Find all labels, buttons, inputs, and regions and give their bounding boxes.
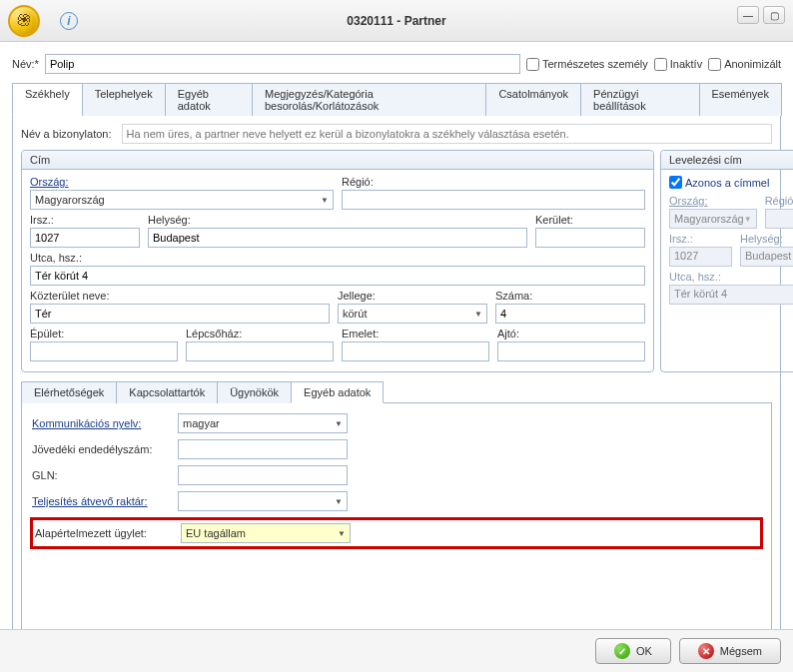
street-label: Utca, hsz.: <box>30 252 645 264</box>
address-panel: Cím Ország: Magyarország ▼ Régió: <box>21 150 654 372</box>
footer: ✓ OK ✕ Mégsem <box>0 629 793 672</box>
housenumber-input[interactable] <box>495 304 645 324</box>
tab-ugynokok[interactable]: Ügynökök <box>217 381 292 403</box>
minimize-button[interactable]: — <box>737 6 759 24</box>
publicarea-type-combo[interactable]: körút ▼ <box>338 304 487 324</box>
country-value: Magyarország <box>35 194 105 206</box>
titlebar: ֍ i 0320111 - Partner — ▢ <box>0 0 793 42</box>
publicarea-name-label: Közterület neve: <box>30 290 330 302</box>
natural-person-text: Természetes személy <box>542 58 648 70</box>
maximize-button[interactable]: ▢ <box>763 6 785 24</box>
mail-region-label: Régió: <box>765 195 793 207</box>
gln-input[interactable] <box>178 465 348 485</box>
street-input[interactable] <box>30 266 645 286</box>
district-input[interactable] <box>535 228 645 248</box>
region-label: Régió: <box>342 176 645 188</box>
same-as-address-label[interactable]: Azonos a címmel <box>669 176 793 189</box>
mail-country-value: Magyarország▼ <box>669 209 757 229</box>
chevron-down-icon: ▼ <box>321 196 329 205</box>
comm-lang-label[interactable]: Kommunikációs nyelv: <box>32 417 172 429</box>
inactive-text: Inaktív <box>670 58 702 70</box>
voucher-name-input[interactable] <box>122 124 773 144</box>
mail-city-value: Budapest <box>740 247 793 267</box>
anon-checkbox[interactable] <box>708 58 721 71</box>
chevron-down-icon: ▼ <box>338 529 346 538</box>
tab-inner-egyeb[interactable]: Egyéb adatok <box>291 381 384 403</box>
mail-street-label: Utca, hsz.: <box>669 271 793 283</box>
zip-input[interactable] <box>30 228 140 248</box>
name-input[interactable] <box>45 54 520 74</box>
inner-tab-body: Kommunikációs nyelv: magyar ▼ Jövedéki e… <box>21 403 772 638</box>
anon-text: Anonimizált <box>724 58 781 70</box>
anon-checkbox-label[interactable]: Anonimizált <box>708 58 781 71</box>
natural-person-checkbox-label[interactable]: Természetes személy <box>526 58 648 71</box>
window-controls: — ▢ <box>737 6 785 24</box>
chevron-down-icon: ▼ <box>474 310 482 319</box>
default-transaction-highlight: Alapértelmezett ügylet: EU tagállam ▼ <box>30 517 763 549</box>
close-icon: ✕ <box>698 643 714 659</box>
zip-label: Irsz.: <box>30 214 140 226</box>
publicarea-type-value: körút <box>343 308 367 320</box>
staircase-label: Lépcsőház: <box>186 328 334 339</box>
country-label[interactable]: Ország: <box>30 176 334 188</box>
mailing-panel: Levelezési cím Azonos a címmel Ország: M… <box>660 150 793 372</box>
tab-csatolmanyok[interactable]: Csatolmányok <box>485 83 581 116</box>
natural-person-checkbox[interactable] <box>526 58 539 71</box>
publicarea-name-input[interactable] <box>30 304 330 324</box>
housenumber-label: Száma: <box>495 290 645 302</box>
tab-penzugyi[interactable]: Pénzügyi beállítások <box>580 83 699 116</box>
comm-lang-value: magyar <box>183 417 220 429</box>
cancel-button[interactable]: ✕ Mégsem <box>679 638 781 664</box>
mail-country-label: Ország: <box>669 195 757 207</box>
district-label: Kerület: <box>535 214 645 226</box>
name-row: Név:* Természetes személy Inaktív Anonim… <box>12 54 781 74</box>
tab-telephelyek[interactable]: Telephelyek <box>82 83 166 116</box>
tab-esemenyek[interactable]: Események <box>699 83 782 116</box>
publicarea-type-label: Jellege: <box>338 290 487 302</box>
main-tabs: Székhely Telephelyek Egyéb adatok Megjeg… <box>12 82 781 116</box>
fulfillment-warehouse-combo[interactable]: ▼ <box>178 491 348 511</box>
main-tab-body: Név a bizonylaton: Cím Ország: Magyarors… <box>12 116 781 647</box>
inactive-checkbox-label[interactable]: Inaktív <box>654 58 702 71</box>
info-icon[interactable]: i <box>60 12 78 30</box>
building-label: Épület: <box>30 328 178 339</box>
excise-license-input[interactable] <box>178 439 348 459</box>
mailing-panel-title: Levelezési cím <box>661 151 793 170</box>
same-as-address-checkbox[interactable] <box>669 176 682 189</box>
tab-megjegyzes[interactable]: Megjegyzés/Kategória besorolás/Korlátozá… <box>252 83 486 116</box>
name-label: Név:* <box>12 58 39 70</box>
gln-label: GLN: <box>32 469 172 481</box>
mail-zip-value: 1027 <box>669 247 732 267</box>
same-as-address-text: Azonos a címmel <box>685 177 769 189</box>
voucher-name-label: Név a bizonylaton: <box>21 128 112 140</box>
default-transaction-combo[interactable]: EU tagállam ▼ <box>181 523 351 543</box>
address-panel-title: Cím <box>22 151 653 170</box>
default-transaction-label: Alapértelmezett ügylet: <box>35 527 175 539</box>
ok-button[interactable]: ✓ OK <box>595 638 671 664</box>
door-input[interactable] <box>497 341 645 361</box>
fulfillment-warehouse-label[interactable]: Teljesítés átvevő raktár: <box>32 495 172 507</box>
country-combo[interactable]: Magyarország ▼ <box>30 190 334 210</box>
inner-tabs: Elérhetőségek Kapcsolattartók Ügynökök E… <box>21 380 772 403</box>
comm-lang-combo[interactable]: magyar ▼ <box>178 413 348 433</box>
tab-egyeb-adatok[interactable]: Egyéb adatok <box>165 83 253 116</box>
city-label: Helység: <box>148 214 527 226</box>
door-label: Ajtó: <box>497 328 645 339</box>
window-title: 0320111 - Partner <box>347 14 445 28</box>
voucher-name-row: Név a bizonylaton: <box>21 124 772 144</box>
mail-region-value <box>765 209 793 229</box>
excise-license-label: Jövedéki endedélyszám: <box>32 443 172 455</box>
tab-szekhely[interactable]: Székhely <box>12 83 83 116</box>
ok-label: OK <box>636 645 652 657</box>
check-icon: ✓ <box>614 643 630 659</box>
cancel-label: Mégsem <box>720 645 762 657</box>
staircase-input[interactable] <box>186 341 334 361</box>
inactive-checkbox[interactable] <box>654 58 667 71</box>
floor-input[interactable] <box>342 341 489 361</box>
tab-elerhetosegek[interactable]: Elérhetőségek <box>21 381 117 403</box>
tab-kapcsolattartok[interactable]: Kapcsolattartók <box>116 381 218 403</box>
region-input[interactable] <box>342 190 645 210</box>
building-input[interactable] <box>30 341 178 361</box>
mail-zip-label: Irsz.: <box>669 233 732 245</box>
city-input[interactable] <box>148 228 527 248</box>
